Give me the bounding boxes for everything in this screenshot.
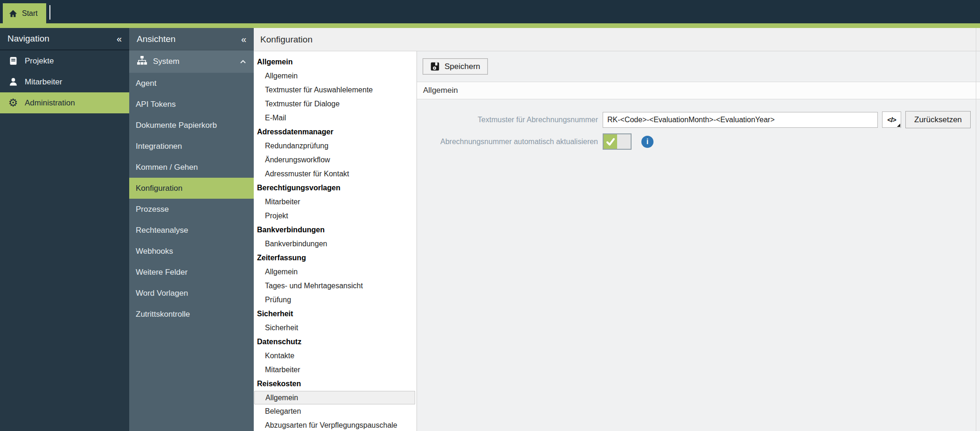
tab-start-label: Start	[22, 9, 38, 18]
navigation-title: Navigation	[7, 34, 49, 44]
form-row-auto-update: Abrechnungsnummer automatisch aktualisie…	[417, 133, 980, 150]
views-item-label: Rechteanalyse	[136, 226, 188, 235]
views-group-system[interactable]: System	[129, 50, 254, 73]
pattern-input[interactable]	[603, 112, 878, 128]
toggle-on-half	[604, 134, 617, 149]
views-item-zutrittskontrolle[interactable]: Zutrittskontrolle	[129, 304, 254, 325]
views-group-label: System	[153, 57, 180, 66]
chevron-up-icon[interactable]	[240, 57, 246, 66]
views-title: Ansichten	[137, 34, 175, 44]
views-item-label: Prozesse	[136, 205, 169, 214]
sitemap-icon	[137, 56, 147, 68]
tree-item[interactable]: Bankverbindungen	[254, 237, 417, 251]
app-window: Start Navigation « Projekte	[0, 0, 980, 431]
tree-section: Adressdatenmanager	[254, 125, 417, 139]
tab-cursor	[49, 5, 50, 20]
save-button[interactable]: Speichern	[423, 58, 488, 75]
views-item-konfiguration[interactable]: Konfiguration	[129, 178, 254, 199]
tab-start[interactable]: Start	[3, 3, 46, 23]
auto-update-toggle[interactable]	[603, 133, 632, 150]
views-item-label: Integrationen	[136, 142, 182, 151]
tree-item[interactable]: Adressmuster für Kontakt	[254, 167, 417, 181]
tree-section: Berechtigungsvorlagen	[254, 181, 417, 195]
save-icon	[430, 62, 440, 71]
tree-item[interactable]: Tages- und Mehrtagesansicht	[254, 279, 417, 293]
section-header: Allgemein	[417, 82, 980, 99]
views-panel: Ansichten « System	[129, 28, 254, 431]
views-item-label: Agent	[136, 79, 156, 88]
auto-update-label: Abrechnungsnummer automatisch aktualisie…	[417, 138, 598, 146]
main-content: Speichern Allgemein Textmuster für Abrec…	[417, 51, 980, 431]
collapse-left-icon[interactable]: «	[117, 34, 122, 43]
gear-icon: ⚙	[7, 97, 19, 108]
tree-item[interactable]: Textmuster für Dialoge	[254, 97, 417, 111]
views-item-integrationen[interactable]: Integrationen	[129, 136, 254, 157]
views-item-label: Webhooks	[136, 247, 173, 256]
reset-button[interactable]: Zurücksetzen	[905, 111, 971, 128]
sidebar-item-label: Administration	[25, 98, 75, 108]
tree-section: Bankverbindungen	[254, 223, 417, 237]
sidebar-item-projekte[interactable]: Projekte	[0, 50, 129, 71]
right-edge-divider	[976, 28, 976, 431]
code-placeholder-button[interactable]: </>	[882, 111, 901, 128]
views-item-agent[interactable]: Agent	[129, 73, 254, 94]
tree-item[interactable]: Belegarten	[254, 404, 417, 418]
navigation-panel: Navigation « Projekte	[0, 28, 129, 431]
tree-item[interactable]: E-Mail	[254, 111, 417, 125]
tree-item[interactable]: Mitarbeiter	[254, 195, 417, 209]
views-item-label: Weitere Felder	[136, 268, 188, 277]
sidebar-item-mitarbeiter[interactable]: Mitarbeiter	[0, 71, 129, 92]
home-icon	[8, 9, 18, 18]
sidebar-item-administration[interactable]: ⚙ Administration	[0, 92, 129, 113]
tree-item[interactable]: Allgemein	[254, 265, 417, 279]
settings-form: Textmuster für Abrechnungsnummer </> Zur…	[417, 99, 980, 150]
views-item-word-vorlagen[interactable]: Word Vorlagen	[129, 283, 254, 304]
views-item-label: Word Vorlagen	[136, 289, 188, 298]
pattern-label: Textmuster für Abrechnungsnummer	[417, 116, 598, 124]
views-item-label: Kommen / Gehen	[136, 163, 198, 172]
views-item-dokumente-papierkorb[interactable]: Dokumente Papierkorb	[129, 115, 254, 136]
sidebar-item-label: Projekte	[25, 56, 54, 66]
tree-item[interactable]: Prüfung	[254, 293, 417, 307]
views-item-label: Konfiguration	[136, 184, 182, 193]
views-item-webhooks[interactable]: Webhooks	[129, 241, 254, 262]
tree-item[interactable]: Projekt	[254, 209, 417, 223]
tree-item[interactable]: Abzugsarten für Verpflegungspauschale	[254, 418, 417, 431]
collapse-views-icon[interactable]: «	[241, 35, 246, 44]
views-item-label: Dokumente Papierkorb	[136, 121, 217, 130]
views-item-label: Zutrittskontrolle	[136, 310, 190, 319]
tree-item[interactable]: Änderungsworkflow	[254, 153, 417, 167]
tree-item[interactable]: Redundanzprüfung	[254, 139, 417, 153]
person-icon	[7, 77, 19, 87]
tree-section: Allgemein	[254, 55, 417, 69]
tree-item-selected[interactable]: Allgemein	[254, 391, 415, 404]
tree-section: Sicherheit	[254, 307, 417, 321]
top-tab-bar: Start	[0, 0, 980, 23]
tree-item[interactable]: Textmuster für Auswahlelemente	[254, 83, 417, 97]
tree-section: Datenschutz	[254, 335, 417, 349]
views-item-api-tokens[interactable]: API Tokens	[129, 94, 254, 115]
views-item-kommen-gehen[interactable]: Kommen / Gehen	[129, 157, 254, 178]
views-header: Ansichten «	[129, 28, 254, 50]
views-item-rechteanalyse[interactable]: Rechteanalyse	[129, 220, 254, 241]
tree-item[interactable]: Kontakte	[254, 349, 417, 363]
tree-section: Reisekosten	[254, 377, 417, 391]
tree-item[interactable]: Sicherheit	[254, 321, 417, 335]
info-icon[interactable]: i	[641, 136, 653, 148]
toolbar: Speichern	[417, 51, 980, 82]
views-item-label: API Tokens	[136, 100, 176, 109]
book-icon	[7, 56, 19, 66]
config-tree: Allgemein Allgemein Textmuster für Auswa…	[254, 51, 417, 431]
save-button-label: Speichern	[445, 62, 480, 71]
navigation-header: Navigation «	[0, 28, 129, 50]
accent-strip	[0, 23, 980, 28]
tree-item[interactable]: Allgemein	[254, 69, 417, 83]
tree-section: Zeiterfassung	[254, 251, 417, 265]
views-item-weitere-felder[interactable]: Weitere Felder	[129, 262, 254, 283]
tree-item[interactable]: Mitarbeiter	[254, 363, 417, 377]
views-item-prozesse[interactable]: Prozesse	[129, 199, 254, 220]
form-row-pattern: Textmuster für Abrechnungsnummer </> Zur…	[417, 111, 980, 128]
sidebar-item-label: Mitarbeiter	[25, 77, 62, 87]
page-title: Konfiguration	[254, 28, 980, 51]
check-icon	[605, 137, 616, 147]
